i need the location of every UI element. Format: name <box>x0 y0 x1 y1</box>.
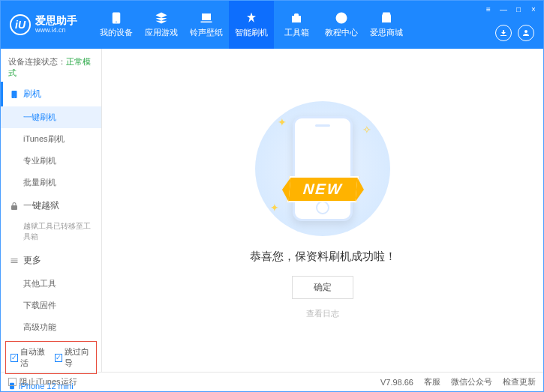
main-content: NEW ✦ ✧ ✦ 恭喜您，保资料刷机成功啦！ 确定 查看日志 <box>102 49 543 372</box>
toolbox-icon <box>290 11 303 25</box>
app-subtitle: www.i4.cn <box>35 27 77 34</box>
window-controls: ≡ — □ × <box>483 4 539 14</box>
media-icon <box>200 11 213 25</box>
sidebar-item-flash-1[interactable]: iTunes刷机 <box>1 128 101 150</box>
user-icon[interactable] <box>518 25 534 41</box>
checkbox-block-itunes[interactable] <box>8 378 17 386</box>
phone-icon <box>10 90 19 99</box>
main-nav: 我的设备应用游戏铃声壁纸智能刷机工具箱教程中心爱思商城 <box>94 1 409 49</box>
new-banner: NEW <box>287 176 359 202</box>
nav-store[interactable]: 爱思商城 <box>364 1 409 49</box>
sidebar-section-more[interactable]: 更多 <box>1 248 101 273</box>
settings-icon[interactable]: ≡ <box>483 4 494 14</box>
menu-icon <box>10 256 19 265</box>
jailbreak-note: 越狱工具已转移至工具箱 <box>1 218 101 248</box>
device-status: 设备连接状态：正常模式 <box>1 53 101 82</box>
check-update-link[interactable]: 检查更新 <box>503 376 536 388</box>
success-illustration: NEW ✦ ✧ ✦ <box>255 101 390 236</box>
nav-apps[interactable]: 应用游戏 <box>139 1 184 49</box>
checkbox-auto-activate[interactable]: ✓自动激活 <box>11 346 47 369</box>
sidebar-item-flash-0[interactable]: 一键刷机 <box>1 106 101 128</box>
flash-icon <box>245 11 258 25</box>
sidebar: 设备连接状态：正常模式 刷机 一键刷机iTunes刷机专业刷机批量刷机 一键越狱… <box>1 49 102 372</box>
sidebar-section-jailbreak[interactable]: 一键越狱 <box>1 193 101 218</box>
download-icon[interactable] <box>495 25 512 41</box>
nav-tutorial[interactable]: 教程中心 <box>319 1 364 49</box>
app-header: iU 爱思助手 www.i4.cn 我的设备应用游戏铃声壁纸智能刷机工具箱教程中… <box>1 1 543 49</box>
lock-icon <box>10 202 19 211</box>
store-icon <box>380 11 393 25</box>
checkbox-skip-guide[interactable]: ✓跳过向导 <box>55 346 92 369</box>
sidebar-item-more-1[interactable]: 下载固件 <box>1 295 101 316</box>
apps-icon <box>155 11 168 25</box>
nav-device[interactable]: 我的设备 <box>94 1 139 49</box>
app-title: 爱思助手 <box>35 15 77 26</box>
nav-toolbox[interactable]: 工具箱 <box>274 1 319 49</box>
options-box: ✓自动激活 ✓跳过向导 <box>5 341 97 374</box>
sidebar-item-flash-3[interactable]: 批量刷机 <box>1 172 101 193</box>
sidebar-section-flash[interactable]: 刷机 <box>1 82 101 106</box>
device-icon <box>110 11 123 25</box>
logo-icon: iU <box>10 14 31 35</box>
logo: iU 爱思助手 www.i4.cn <box>1 14 86 35</box>
nav-media[interactable]: 铃声壁纸 <box>184 1 229 49</box>
ok-button[interactable]: 确定 <box>292 276 353 299</box>
phone-illustration-icon <box>293 116 353 221</box>
block-itunes-label: 阻止iTunes运行 <box>20 376 77 388</box>
close-button[interactable]: × <box>528 4 539 14</box>
customer-service-link[interactable]: 客服 <box>424 376 440 388</box>
sidebar-item-more-0[interactable]: 其他工具 <box>1 273 101 295</box>
maximize-button[interactable]: □ <box>513 4 524 14</box>
view-log-link[interactable]: 查看日志 <box>306 308 339 319</box>
version-label: V7.98.66 <box>380 378 413 387</box>
minimize-button[interactable]: — <box>498 4 509 14</box>
success-message: 恭喜您，保资料刷机成功啦！ <box>250 250 396 264</box>
sidebar-item-more-2[interactable]: 高级功能 <box>1 316 101 338</box>
tutorial-icon <box>335 11 348 25</box>
sidebar-item-flash-2[interactable]: 专业刷机 <box>1 150 101 172</box>
nav-flash[interactable]: 智能刷机 <box>229 1 274 49</box>
wechat-link[interactable]: 微信公众号 <box>451 376 492 388</box>
